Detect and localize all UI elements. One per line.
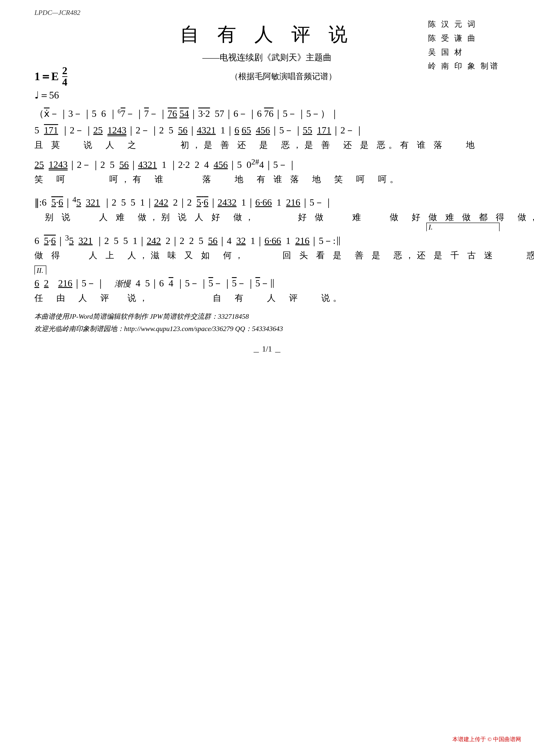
score-area: （ẋ－｜3－｜5 6 ｜67－｜7－｜76 54｜3·2 57｜6－｜6 76｜…	[35, 106, 499, 304]
notation-line-2: 5 171 ｜2－｜25 1243｜2－｜2 5 56｜4321 1｜6 65 …	[35, 122, 499, 139]
credit-arranger: 吴 国 材	[428, 45, 499, 59]
watermark-bottom: 本谱建上传于 © 中国曲谱网	[452, 736, 521, 743]
key-signature: 1＝E 2 4	[35, 66, 67, 87]
credit-composer: 陈 受 谦 曲	[428, 31, 499, 45]
intro-line: （ẋ－｜3－｜5 6 ｜67－｜7－｜76 54｜3·2 57｜6－｜6 76｜…	[35, 106, 499, 122]
page-code: LPDC—JCR482	[35, 9, 80, 16]
notation-line-6: 6 2 216｜5－｜ 渐慢 4 5｜6 4 ｜5－｜5－｜5－｜5－‖	[35, 275, 499, 292]
subtitle: ——电视连续剧《武则天》主题曲	[202, 53, 332, 62]
credit-notation: 岭 南 印 象 制谱	[428, 59, 499, 73]
time-signature: 2 4	[62, 66, 67, 87]
lyrics-line-4: 别 说 人 难 做，别 说 人 好 做， 好 做 难 做 好 做 难 做 都 得…	[35, 211, 499, 223]
lyrics-line-5: 做 得 人 上 人，滋 味 又 如 何， 回 头 看 是 善 是 恶，还 是 千…	[35, 249, 499, 261]
volta-2-bracket: II.	[35, 265, 46, 275]
section-2: 25 1243｜2－｜2 5 56｜4321 1 ｜2·2 2 4 456｜5 …	[35, 155, 499, 185]
lyrics-line-3: 笑 呵 呵，有 谁 落 地 有 谁 落 地 笑 呵 呵。	[35, 173, 499, 185]
credits-block: 陈 汉 元 词 陈 受 谦 曲 吴 国 材 岭 南 印 象 制谱	[428, 17, 499, 73]
lyrics-line-6: 任 由 人 评 说， 自 有 人 评 说。	[35, 292, 499, 304]
page-number: ＿ 1/1 ＿	[35, 344, 499, 354]
page: LPDC—JCR482 陈 汉 元 词 陈 受 谦 曲 吴 国 材 岭 南 印 …	[0, 0, 534, 756]
credit-lyricist: 陈 汉 元 词	[428, 17, 499, 31]
footer-notes: 本曲谱使用JP-Word简谱编辑软件制作 JPW简谱软件交流群：33271845…	[35, 310, 499, 335]
section-5: II. 6 2 216｜5－｜ 渐慢 4 5｜6 4 ｜5－｜5－｜5－｜5－‖…	[35, 265, 499, 304]
time-bottom: 4	[62, 77, 67, 87]
section-4: I. 6 5·6｜35 321 ｜2 5 5 1｜242 2｜2 2 5 56｜…	[35, 228, 499, 261]
lyrics-line-2: 且 莫 说 人 之 初，是 善 还 是 恶，是 善 还 是 恶。有 谁 落 地	[35, 139, 499, 151]
footer-line-1: 本曲谱使用JP-Word简谱编辑软件制作 JPW简谱软件交流群：33271845…	[35, 310, 499, 323]
tempo: ♩＝56	[35, 89, 499, 102]
footer-line-2: 欢迎光临岭南印象制谱园地：http://www.qupu123.com/spac…	[35, 323, 499, 335]
notation-line-1: （ẋ－｜3－｜5 6 ｜67－｜7－｜76 54｜3·2 57｜6－｜6 76｜…	[35, 106, 499, 122]
section-gap	[35, 189, 499, 193]
time-top: 2	[62, 66, 67, 77]
notation-line-5: 6 5·6｜35 321 ｜2 5 5 1｜242 2｜2 2 5 56｜4 3…	[35, 231, 499, 249]
section-1: 5 171 ｜2－｜25 1243｜2－｜2 5 56｜4321 1｜6 65 …	[35, 122, 499, 151]
section-3: ‖:6 5·6｜45 321 ｜2 5 5 1｜242 2｜2 5·6｜2432…	[35, 193, 499, 223]
notation-line-3: 25 1243｜2－｜2 5 56｜4321 1 ｜2·2 2 4 456｜5 …	[35, 155, 499, 173]
volta-1-bracket: I.	[426, 223, 499, 231]
notation-line-4: ‖:6 5·6｜45 321 ｜2 5 5 1｜242 2｜2 5·6｜2432…	[35, 193, 499, 210]
key-label: 1＝E	[35, 69, 59, 84]
